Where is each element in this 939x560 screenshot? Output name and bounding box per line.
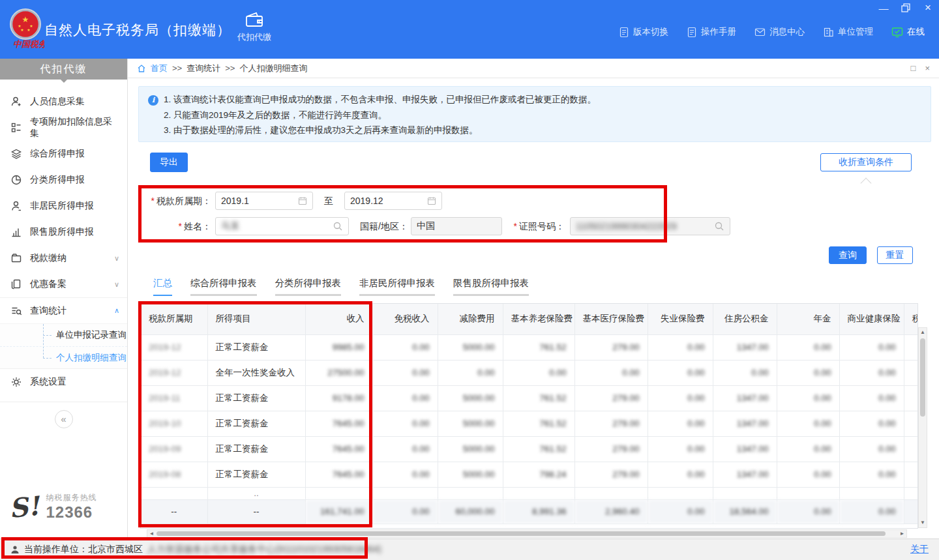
table-column-header[interactable]: 基本医疗保险费 bbox=[574, 304, 648, 334]
minimize-icon[interactable]: — bbox=[878, 2, 889, 14]
table-column-header[interactable]: 失业保险费 bbox=[648, 304, 713, 334]
sidebar-item-restricted-shares[interactable]: 限售股所得申报 bbox=[0, 219, 127, 245]
svg-text:中国税务: 中国税务 bbox=[13, 39, 44, 49]
export-button[interactable]: 导出 bbox=[150, 153, 188, 172]
sidebar-item-preferential-filing[interactable]: 优惠备案 ∨ bbox=[0, 271, 127, 297]
table-column-header[interactable]: 收入 bbox=[305, 304, 372, 334]
period-to-input[interactable]: 2019.12 bbox=[344, 192, 442, 210]
table-cell: 279.00 bbox=[574, 385, 648, 411]
window-controls: — × bbox=[878, 2, 934, 14]
table-column-header[interactable]: 商业健康保险 bbox=[839, 304, 904, 334]
online-monitor-icon bbox=[891, 27, 903, 38]
sidebar-item-personnel-info[interactable]: 人员信息采集 bbox=[0, 89, 127, 115]
table-cell: 0.00 bbox=[777, 462, 839, 487]
collapse-query-button[interactable]: 收折查询条件 bbox=[820, 153, 912, 171]
sidebar-module-header: 代扣代缴 bbox=[0, 59, 127, 80]
name-input[interactable]: 马某 bbox=[215, 217, 349, 235]
horizontal-scroll-thumb[interactable] bbox=[156, 531, 886, 536]
app-header: — × ★ ★ ★ ★ ★ 中国税务 自然人电子税务局（扣缴端） bbox=[0, 0, 939, 59]
table-column-header[interactable]: 住房公积金 bbox=[713, 304, 777, 334]
scroll-down-icon[interactable]: ▼ bbox=[919, 518, 927, 527]
sidebar-item-nonresident-income[interactable]: 非居民所得申报 bbox=[0, 193, 127, 219]
panel-close-icon[interactable]: × bbox=[925, 63, 930, 73]
nav-message-center[interactable]: 消息中心 bbox=[754, 26, 805, 38]
table-cell: 0.00 bbox=[648, 411, 713, 436]
scroll-right-icon[interactable]: ► bbox=[898, 530, 906, 537]
table-column-header[interactable]: 税 bbox=[904, 304, 918, 334]
building-icon bbox=[823, 27, 834, 37]
reset-button[interactable]: 重置 bbox=[877, 246, 913, 264]
horizontal-scrollbar[interactable]: ◄ ► bbox=[147, 529, 907, 538]
sidebar-item-unit-declaration-query[interactable]: 单位申报记录查询 bbox=[0, 324, 127, 346]
breadcrumb-level1: 查询统计 bbox=[186, 63, 220, 74]
tab-classified[interactable]: 分类所得申报表 bbox=[275, 277, 342, 296]
tab-restricted-shares[interactable]: 限售股所得申报表 bbox=[453, 277, 529, 296]
table-cell: 0.00 bbox=[777, 411, 839, 436]
close-icon[interactable]: × bbox=[922, 2, 934, 14]
module-tab-withholding[interactable]: 代扣代缴 bbox=[227, 10, 282, 43]
table-cell: 60,000.00 bbox=[438, 499, 503, 523]
online-status[interactable]: 在线 bbox=[891, 26, 925, 38]
sidebar-item-classified-income[interactable]: 分类所得申报 bbox=[0, 167, 127, 193]
search-icon[interactable] bbox=[714, 221, 724, 231]
panel-maximize-icon[interactable]: □ bbox=[911, 63, 916, 73]
manual-icon bbox=[687, 27, 697, 38]
tab-summary[interactable]: 汇总 bbox=[153, 277, 172, 296]
breadcrumb-home[interactable]: 首页 bbox=[151, 63, 168, 74]
vertical-scroll-thumb[interactable] bbox=[920, 338, 925, 417]
tab-comprehensive[interactable]: 综合所得申报表 bbox=[190, 277, 257, 296]
table-cell: 正常工资薪金 bbox=[207, 334, 305, 360]
notice-line: 3. 由于数据处理的滞后性，建议您在申报成功3天之后再来查询最新的申报数据。 bbox=[164, 123, 921, 138]
home-icon[interactable] bbox=[137, 64, 146, 73]
sidebar-item-system-settings[interactable]: 系统设置 bbox=[0, 369, 127, 395]
nationality-input[interactable]: 中国 bbox=[411, 217, 502, 235]
scroll-left-icon[interactable]: ◄ bbox=[147, 530, 156, 537]
calendar-icon[interactable] bbox=[298, 196, 307, 205]
search-list-icon bbox=[10, 305, 22, 317]
table-column-header[interactable]: 所得项目 bbox=[207, 304, 305, 334]
vertical-scrollbar[interactable]: ▲ ▼ bbox=[918, 327, 927, 528]
table-cell: 0.00 bbox=[777, 499, 839, 523]
sidebar-item-tax-payment[interactable]: 税款缴纳 ∨ bbox=[0, 245, 127, 271]
search-icon[interactable] bbox=[333, 221, 343, 231]
user-icon bbox=[10, 200, 22, 212]
nav-version-switch[interactable]: 版本切换 bbox=[619, 26, 668, 38]
sidebar-item-query-statistics[interactable]: 查询统计 ∧ bbox=[0, 297, 127, 323]
nav-unit-management[interactable]: 单位管理 bbox=[823, 26, 873, 38]
calendar-icon[interactable] bbox=[427, 196, 436, 205]
about-link[interactable]: 关于 bbox=[910, 544, 929, 555]
sidebar-item-special-deduction[interactable]: 专项附加扣除信息采集 bbox=[0, 115, 127, 141]
app-title: 自然人电子税务局（扣缴端） bbox=[44, 21, 231, 39]
table-cell bbox=[305, 487, 372, 499]
table-cell: 5000.00 bbox=[438, 385, 503, 411]
sidebar-item-comprehensive-income[interactable]: 综合所得申报 bbox=[0, 141, 127, 167]
table-cell bbox=[503, 487, 574, 499]
table-cell bbox=[438, 487, 503, 499]
table-column-header[interactable]: 年金 bbox=[777, 304, 839, 334]
sidebar-item-personal-withholding-query[interactable]: 个人扣缴明细查询 bbox=[0, 346, 127, 368]
table-cell: 5000.00 bbox=[438, 436, 503, 462]
scroll-up-icon[interactable]: ▲ bbox=[919, 328, 927, 337]
nationality-label: 国籍/地区： bbox=[353, 217, 408, 235]
table-cell: 279.00 bbox=[574, 334, 648, 360]
notice-box: i 1. 该查询统计表仅能查询已申报成功的数据，不包含未申报、申报失败，已申报但… bbox=[138, 86, 931, 142]
table-column-header[interactable]: 基本养老保险费 bbox=[503, 304, 574, 334]
query-button[interactable]: 查询 bbox=[829, 246, 867, 264]
table-cell: -- bbox=[207, 499, 305, 523]
period-from-input[interactable]: 2019.1 bbox=[215, 192, 313, 210]
tab-nonresident[interactable]: 非居民所得申报表 bbox=[359, 277, 435, 296]
table-column-header[interactable]: 减除费用 bbox=[438, 304, 503, 334]
table-cell: 0.00 bbox=[839, 462, 904, 487]
wallet-icon bbox=[227, 10, 282, 29]
table-column-header[interactable]: 免税收入 bbox=[372, 304, 438, 334]
checklist-icon bbox=[10, 122, 22, 134]
table-column-header[interactable]: 税款所属期 bbox=[141, 304, 207, 334]
sidebar-collapse-button[interactable]: « bbox=[55, 410, 73, 428]
restore-icon[interactable] bbox=[900, 2, 912, 14]
nav-manual[interactable]: 操作手册 bbox=[687, 26, 736, 38]
sidebar: 代扣代缴 人员信息采集 专项附加扣除信息采集 综合所得申报 分类所得申报 非居民… bbox=[0, 59, 128, 538]
id-number-input[interactable]: 11050219990304222029 bbox=[570, 217, 730, 235]
table-cell: 0.00 bbox=[648, 385, 713, 411]
svg-text:★: ★ bbox=[22, 15, 29, 24]
table-cell: 5000.00 bbox=[438, 334, 503, 360]
